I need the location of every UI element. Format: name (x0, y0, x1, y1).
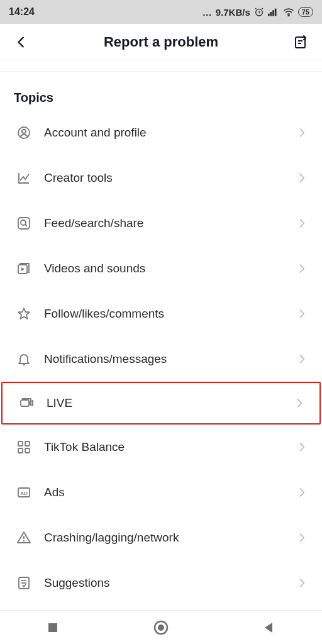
svg-marker-10 (265, 623, 272, 633)
topic-row-ads[interactable]: Ads (0, 470, 322, 515)
status-bar: 14:24 … 9.7KB/s 75 (0, 0, 322, 24)
topic-label: Feed/search/share (34, 216, 296, 230)
section-title: Topics (0, 75, 322, 110)
svg-rect-7 (48, 623, 57, 632)
topic-label: TikTok Balance (34, 440, 296, 454)
chevron-right-icon (296, 353, 308, 365)
chevron-right-icon (296, 577, 308, 589)
svg-rect-1 (268, 14, 270, 16)
svg-point-9 (158, 625, 164, 631)
svg-rect-6 (296, 37, 305, 48)
topic-label: Account and profile (34, 126, 296, 140)
status-time: 14:24 (9, 6, 35, 18)
topic-row-crashing-lagging-network[interactable]: Crashing/lagging/network (0, 515, 322, 560)
content: Topics Account and profileCreator toolsF… (0, 60, 322, 606)
video-icon (14, 261, 34, 276)
topic-row-creator-tools[interactable]: Creator tools (0, 155, 322, 201)
status-net-speed: 9.7KB/s (216, 7, 250, 18)
feedback-button[interactable] (291, 32, 311, 52)
chevron-right-icon (296, 308, 308, 320)
wifi-icon (283, 8, 294, 16)
chevron-right-icon (296, 531, 308, 544)
topic-label: Videos and sounds (34, 262, 296, 275)
profile-icon (14, 125, 34, 140)
chart-icon (14, 170, 34, 186)
star-icon (14, 306, 34, 321)
chevron-right-icon (296, 262, 308, 275)
nav-back-button[interactable] (263, 621, 275, 634)
chevron-right-icon (296, 217, 308, 230)
topic-label: LIVE (36, 396, 293, 410)
topic-row-follow-likes-comments[interactable]: Follow/likes/comments (0, 291, 322, 336)
topic-row-live[interactable]: LIVE (1, 382, 321, 425)
ad-icon (14, 485, 34, 500)
doc-icon (14, 575, 34, 591)
chevron-right-icon (296, 486, 308, 499)
warning-icon (14, 530, 34, 545)
spacer (0, 60, 322, 72)
topic-label: Ads (34, 486, 296, 499)
topic-row-videos-and-sounds[interactable]: Videos and sounds (0, 246, 322, 291)
svg-point-5 (288, 15, 289, 16)
chevron-right-icon (296, 126, 308, 139)
nav-home-button[interactable] (153, 619, 169, 636)
topic-label: Suggestions (34, 576, 296, 590)
status-right: … 9.7KB/s 75 (203, 7, 313, 18)
chevron-right-icon (293, 397, 306, 409)
nav-recent-button[interactable] (47, 621, 59, 634)
topic-label: Follow/likes/comments (34, 307, 296, 321)
svg-rect-2 (270, 12, 272, 16)
topic-row-account-and-profile[interactable]: Account and profile (0, 110, 322, 155)
search-icon (14, 216, 34, 231)
battery-icon: 75 (298, 7, 313, 17)
topic-label: Notifications/messages (34, 352, 296, 366)
apps-icon (14, 440, 34, 455)
topic-row-feed-search-share[interactable]: Feed/search/share (0, 201, 322, 246)
topic-row-suggestions[interactable]: Suggestions (0, 560, 322, 606)
topic-row-tiktok-balance[interactable]: TikTok Balance (0, 425, 322, 470)
chevron-right-icon (296, 441, 308, 453)
live-icon (16, 396, 36, 411)
back-button[interactable] (11, 32, 31, 52)
chevron-right-icon (296, 172, 308, 184)
page-title: Report a problem (31, 34, 291, 50)
topic-list: Account and profileCreator toolsFeed/sea… (0, 110, 322, 606)
svg-rect-3 (272, 10, 274, 16)
alarm-icon (254, 7, 264, 17)
android-nav-bar (0, 610, 322, 644)
svg-rect-4 (275, 9, 277, 16)
signal-icon (268, 8, 279, 16)
topic-label: Creator tools (34, 171, 296, 185)
status-dots: … (203, 7, 212, 18)
topic-label: Crashing/lagging/network (34, 531, 296, 545)
bell-icon (14, 352, 34, 367)
topic-row-notifications-messages[interactable]: Notifications/messages (0, 336, 322, 382)
app-header: Report a problem (0, 24, 322, 60)
